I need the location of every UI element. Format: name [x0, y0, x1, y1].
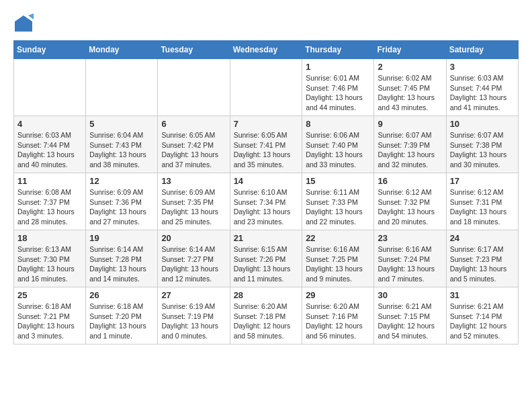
calendar-cell: 25Sunrise: 6:18 AM Sunset: 7:21 PM Dayli…	[14, 287, 86, 345]
day-number: 30	[378, 290, 442, 300]
svg-marker-0	[15, 15, 32, 32]
calendar-cell: 18Sunrise: 6:13 AM Sunset: 7:30 PM Dayli…	[14, 230, 86, 287]
header-day-wednesday: Wednesday	[230, 41, 302, 59]
day-number: 25	[17, 290, 82, 300]
calendar-cell: 23Sunrise: 6:16 AM Sunset: 7:24 PM Dayli…	[374, 230, 446, 287]
calendar-cell	[230, 59, 302, 116]
day-number: 15	[306, 176, 370, 186]
calendar-cell: 21Sunrise: 6:15 AM Sunset: 7:26 PM Dayli…	[230, 230, 302, 287]
day-info: Sunrise: 6:03 AM Sunset: 7:44 PM Dayligh…	[17, 130, 82, 170]
calendar-cell	[14, 59, 86, 116]
day-number: 8	[306, 119, 370, 129]
calendar-header: SundayMondayTuesdayWednesdayThursdayFrid…	[14, 41, 519, 59]
calendar-cell: 24Sunrise: 6:17 AM Sunset: 7:23 PM Dayli…	[446, 230, 518, 287]
day-number: 31	[450, 290, 515, 300]
day-number: 3	[450, 62, 515, 72]
calendar-cell: 14Sunrise: 6:10 AM Sunset: 7:34 PM Dayli…	[230, 173, 302, 230]
day-info: Sunrise: 6:01 AM Sunset: 7:46 PM Dayligh…	[306, 73, 370, 113]
header-day-monday: Monday	[86, 41, 158, 59]
day-info: Sunrise: 6:14 AM Sunset: 7:28 PM Dayligh…	[89, 244, 154, 284]
calendar-cell: 26Sunrise: 6:18 AM Sunset: 7:20 PM Dayli…	[86, 287, 158, 345]
day-number: 11	[17, 176, 82, 186]
calendar-body: 1Sunrise: 6:01 AM Sunset: 7:46 PM Daylig…	[14, 59, 519, 345]
day-number: 12	[89, 176, 154, 186]
day-info: Sunrise: 6:18 AM Sunset: 7:21 PM Dayligh…	[17, 302, 82, 341]
day-info: Sunrise: 6:16 AM Sunset: 7:24 PM Dayligh…	[378, 244, 442, 284]
day-info: Sunrise: 6:09 AM Sunset: 7:35 PM Dayligh…	[161, 187, 226, 227]
day-info: Sunrise: 6:20 AM Sunset: 7:18 PM Dayligh…	[234, 302, 299, 341]
calendar-cell: 4Sunrise: 6:03 AM Sunset: 7:44 PM Daylig…	[14, 116, 86, 173]
day-number: 22	[306, 233, 370, 243]
day-info: Sunrise: 6:11 AM Sunset: 7:33 PM Dayligh…	[306, 187, 370, 227]
calendar-week-3: 18Sunrise: 6:13 AM Sunset: 7:30 PM Dayli…	[14, 230, 519, 287]
day-info: Sunrise: 6:13 AM Sunset: 7:30 PM Dayligh…	[17, 244, 82, 284]
day-number: 28	[234, 290, 299, 300]
header-day-sunday: Sunday	[14, 41, 86, 59]
calendar-week-4: 25Sunrise: 6:18 AM Sunset: 7:21 PM Dayli…	[14, 287, 519, 345]
page-header	[13, 13, 519, 34]
calendar-week-0: 1Sunrise: 6:01 AM Sunset: 7:46 PM Daylig…	[14, 59, 519, 116]
calendar-cell: 5Sunrise: 6:04 AM Sunset: 7:43 PM Daylig…	[86, 116, 158, 173]
day-number: 1	[306, 62, 370, 72]
calendar-cell: 17Sunrise: 6:12 AM Sunset: 7:31 PM Dayli…	[446, 173, 518, 230]
calendar-week-2: 11Sunrise: 6:08 AM Sunset: 7:37 PM Dayli…	[14, 173, 519, 230]
day-number: 13	[161, 176, 226, 186]
calendar-cell: 12Sunrise: 6:09 AM Sunset: 7:36 PM Dayli…	[86, 173, 158, 230]
calendar-cell: 10Sunrise: 6:07 AM Sunset: 7:38 PM Dayli…	[446, 116, 518, 173]
day-number: 24	[450, 233, 515, 243]
day-number: 14	[234, 176, 299, 186]
calendar-cell: 27Sunrise: 6:19 AM Sunset: 7:19 PM Dayli…	[158, 287, 230, 345]
calendar-cell	[86, 59, 158, 116]
day-info: Sunrise: 6:05 AM Sunset: 7:41 PM Dayligh…	[234, 130, 299, 170]
calendar-cell: 6Sunrise: 6:05 AM Sunset: 7:42 PM Daylig…	[158, 116, 230, 173]
header-day-tuesday: Tuesday	[158, 41, 230, 59]
day-number: 4	[17, 119, 82, 129]
day-number: 26	[89, 290, 154, 300]
calendar-cell: 8Sunrise: 6:06 AM Sunset: 7:40 PM Daylig…	[302, 116, 374, 173]
day-number: 16	[378, 176, 442, 186]
header-row: SundayMondayTuesdayWednesdayThursdayFrid…	[14, 41, 519, 59]
calendar-cell: 20Sunrise: 6:14 AM Sunset: 7:27 PM Dayli…	[158, 230, 230, 287]
calendar-cell: 13Sunrise: 6:09 AM Sunset: 7:35 PM Dayli…	[158, 173, 230, 230]
calendar-cell: 29Sunrise: 6:20 AM Sunset: 7:16 PM Dayli…	[302, 287, 374, 345]
calendar-cell: 28Sunrise: 6:20 AM Sunset: 7:18 PM Dayli…	[230, 287, 302, 345]
day-number: 7	[234, 119, 299, 129]
calendar-cell: 7Sunrise: 6:05 AM Sunset: 7:41 PM Daylig…	[230, 116, 302, 173]
day-info: Sunrise: 6:02 AM Sunset: 7:45 PM Dayligh…	[378, 73, 442, 113]
day-info: Sunrise: 6:12 AM Sunset: 7:31 PM Dayligh…	[450, 187, 515, 227]
day-info: Sunrise: 6:14 AM Sunset: 7:27 PM Dayligh…	[161, 244, 226, 284]
logo-icon	[13, 13, 34, 34]
day-info: Sunrise: 6:05 AM Sunset: 7:42 PM Dayligh…	[161, 130, 226, 170]
day-number: 17	[450, 176, 515, 186]
calendar-cell: 31Sunrise: 6:21 AM Sunset: 7:14 PM Dayli…	[446, 287, 518, 345]
day-info: Sunrise: 6:06 AM Sunset: 7:40 PM Dayligh…	[306, 130, 370, 170]
day-number: 19	[89, 233, 154, 243]
header-day-thursday: Thursday	[302, 41, 374, 59]
day-info: Sunrise: 6:04 AM Sunset: 7:43 PM Dayligh…	[89, 130, 154, 170]
header-day-friday: Friday	[374, 41, 446, 59]
calendar-cell: 2Sunrise: 6:02 AM Sunset: 7:45 PM Daylig…	[374, 59, 446, 116]
logo	[13, 13, 36, 34]
day-info: Sunrise: 6:21 AM Sunset: 7:14 PM Dayligh…	[450, 302, 515, 341]
calendar-cell: 16Sunrise: 6:12 AM Sunset: 7:32 PM Dayli…	[374, 173, 446, 230]
calendar-cell: 22Sunrise: 6:16 AM Sunset: 7:25 PM Dayli…	[302, 230, 374, 287]
day-number: 23	[378, 233, 442, 243]
calendar-cell: 15Sunrise: 6:11 AM Sunset: 7:33 PM Dayli…	[302, 173, 374, 230]
day-info: Sunrise: 6:03 AM Sunset: 7:44 PM Dayligh…	[450, 73, 515, 113]
calendar-cell: 3Sunrise: 6:03 AM Sunset: 7:44 PM Daylig…	[446, 59, 518, 116]
day-number: 5	[89, 119, 154, 129]
calendar-cell: 11Sunrise: 6:08 AM Sunset: 7:37 PM Dayli…	[14, 173, 86, 230]
calendar-table: SundayMondayTuesdayWednesdayThursdayFrid…	[13, 40, 519, 345]
day-info: Sunrise: 6:15 AM Sunset: 7:26 PM Dayligh…	[234, 244, 299, 284]
day-info: Sunrise: 6:09 AM Sunset: 7:36 PM Dayligh…	[89, 187, 154, 227]
day-info: Sunrise: 6:10 AM Sunset: 7:34 PM Dayligh…	[234, 187, 299, 227]
day-info: Sunrise: 6:07 AM Sunset: 7:38 PM Dayligh…	[450, 130, 515, 170]
calendar-cell: 9Sunrise: 6:07 AM Sunset: 7:39 PM Daylig…	[374, 116, 446, 173]
svg-marker-1	[28, 13, 34, 19]
calendar-cell: 30Sunrise: 6:21 AM Sunset: 7:15 PM Dayli…	[374, 287, 446, 345]
day-info: Sunrise: 6:21 AM Sunset: 7:15 PM Dayligh…	[378, 302, 442, 341]
day-info: Sunrise: 6:18 AM Sunset: 7:20 PM Dayligh…	[89, 302, 154, 341]
day-number: 18	[17, 233, 82, 243]
day-info: Sunrise: 6:16 AM Sunset: 7:25 PM Dayligh…	[306, 244, 370, 284]
header-day-saturday: Saturday	[446, 41, 518, 59]
